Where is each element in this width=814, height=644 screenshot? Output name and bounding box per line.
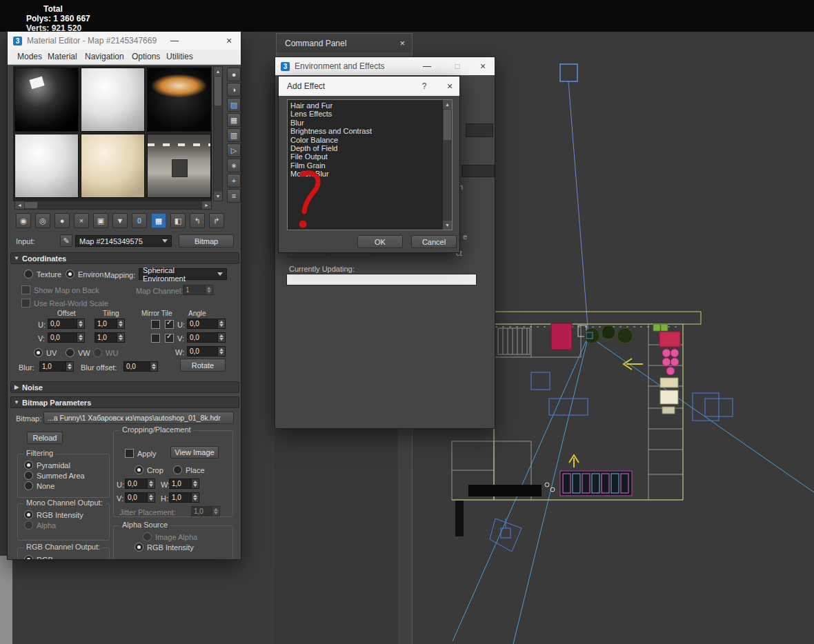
ok-button[interactable]: OK [357, 235, 403, 248]
close-icon[interactable]: × [217, 32, 241, 50]
effect-list-item[interactable]: Depth of Field [288, 144, 452, 152]
close-icon[interactable]: × [399, 38, 405, 48]
reset-map-icon[interactable]: × [74, 213, 89, 228]
show-map-in-viewport-icon[interactable]: ▦ [151, 213, 166, 228]
offset-u-spinner[interactable]: 0,0 [48, 319, 85, 329]
alpha-radio[interactable]: Alpha [24, 521, 56, 530]
scrollbar-thumb[interactable] [215, 77, 221, 105]
crop-h-spinner[interactable]: 1,0 [169, 492, 199, 503]
map-channel-spinner[interactable]: 1 [183, 285, 213, 295]
show-map-on-back-checkbox[interactable]: Show Map on Back [21, 285, 99, 294]
spinner-arrows[interactable] [191, 479, 199, 488]
spinner-arrows[interactable] [217, 333, 225, 342]
scroll-down-icon[interactable]: ▼ [443, 221, 452, 230]
bitmap-path-button[interactable]: ...а Funny\1 Хабаровск из\maps\autoshop_… [43, 412, 234, 424]
backlight-icon[interactable]: ◑ [227, 83, 241, 97]
go-forward-to-sibling-icon[interactable]: ↱ [209, 213, 224, 228]
mirror-v-checkbox[interactable] [151, 334, 160, 343]
menu-options[interactable]: Options [132, 52, 160, 61]
pyramidal-radio[interactable]: Pyramidal [24, 461, 70, 470]
effect-list-item[interactable]: Hair and Fur [288, 101, 452, 110]
summed-area-radio[interactable]: Summed Area [24, 471, 85, 480]
material-editor-options-icon[interactable]: ∗ [227, 159, 241, 172]
crop-w-spinner[interactable]: 1,0 [169, 479, 199, 489]
apply-checkbox[interactable]: Apply [125, 449, 157, 458]
make-material-copy-icon[interactable]: ▣ [93, 213, 108, 228]
effect-list[interactable]: Hair and Fur Lens Effects Blur Brightnes… [287, 99, 453, 230]
background-icon[interactable]: ▨ [227, 98, 241, 112]
effect-list-item[interactable]: Film Grain [288, 161, 452, 170]
assign-material-to-selection-icon[interactable]: ● [54, 213, 70, 228]
spinner-arrows[interactable] [191, 493, 199, 502]
spinner-arrows[interactable] [150, 362, 157, 371]
crop-v-spinner[interactable]: 0,0 [125, 492, 155, 503]
material-sample-3[interactable] [147, 68, 211, 132]
close-icon[interactable]: × [440, 77, 459, 96]
help-icon[interactable]: ? [414, 77, 435, 96]
offset-v-spinner[interactable]: 0,0 [48, 332, 85, 343]
make-preview-icon[interactable]: ▷ [227, 143, 241, 157]
rgb-intensity-radio[interactable]: RGB Intensity [24, 510, 83, 519]
crop-u-spinner[interactable]: 0,0 [125, 479, 155, 489]
minimize-icon[interactable]: — [413, 57, 441, 75]
effect-list-item[interactable]: Brightness and Contrast [288, 127, 452, 135]
effect-list-item[interactable]: Color Balance [288, 136, 452, 144]
blur-offset-spinner[interactable]: 0,0 [123, 361, 158, 372]
scrollbar-thumb[interactable] [444, 110, 451, 140]
spinner-arrows[interactable] [117, 333, 124, 342]
mapping-dropdown[interactable]: Spherical Environment [139, 268, 227, 280]
minimize-icon[interactable]: — [162, 32, 187, 50]
environ-radio[interactable]: Environ [66, 270, 103, 279]
material-map-navigator-icon[interactable]: ≡ [227, 189, 241, 203]
effect-list-item[interactable]: Blur [288, 119, 452, 127]
rgb-radio[interactable]: RGB [24, 555, 53, 560]
list-scrollbar[interactable]: ▲ ▼ [442, 100, 452, 230]
map-type-button[interactable]: Bitmap [179, 234, 234, 248]
spinner-arrows[interactable] [217, 319, 225, 328]
scrollbar-thumb[interactable] [25, 202, 37, 208]
scroll-left-icon[interactable]: ◄ [15, 201, 24, 209]
menu-material[interactable]: Material [48, 52, 77, 61]
tiling-u-spinner[interactable]: 1,0 [95, 319, 125, 329]
put-material-to-scene-icon[interactable]: ◎ [35, 213, 50, 228]
sample-type-sphere-icon[interactable]: ● [227, 68, 241, 81]
place-radio[interactable]: Place [173, 465, 205, 474]
mirror-u-checkbox[interactable] [151, 320, 160, 329]
put-to-library-icon[interactable]: ▼ [112, 213, 128, 228]
close-icon[interactable]: × [471, 57, 495, 75]
image-alpha-radio[interactable]: Image Alpha [143, 532, 197, 541]
spinner-arrows[interactable] [217, 347, 225, 356]
scroll-right-icon[interactable]: ► [202, 201, 211, 209]
cancel-button[interactable]: Cancel [411, 235, 457, 248]
effect-list-item[interactable]: Lens Effects [288, 110, 452, 118]
edit-name-icon[interactable]: ✎ [60, 234, 72, 247]
view-image-button[interactable]: View Image [170, 446, 219, 459]
map-name-dropdown[interactable]: Map #2145349575 [75, 235, 172, 247]
blur-spinner[interactable]: 1,0 [39, 361, 74, 372]
alpha-rgb-intensity-radio[interactable]: RGB Intensity [135, 543, 194, 552]
sample-hscrollbar[interactable]: ◄ ► [14, 201, 212, 210]
spinner-arrows[interactable] [117, 319, 124, 328]
spinner-arrows[interactable] [205, 285, 212, 294]
show-end-result-icon[interactable]: ◧ [170, 213, 186, 228]
tiling-v-spinner[interactable]: 1,0 [95, 332, 125, 343]
spinner-arrows[interactable] [77, 333, 84, 342]
effect-list-item[interactable]: File Output [288, 152, 452, 161]
tile-v-checkbox[interactable] [165, 334, 174, 343]
jitter-placement-spinner[interactable]: 1,0 [191, 506, 220, 516]
material-sample-2[interactable] [81, 68, 145, 132]
rollout-bitmap-parameters[interactable]: ▼ Bitmap Parameters [10, 396, 239, 408]
spinner-arrows[interactable] [77, 319, 84, 328]
material-sample-1[interactable] [14, 68, 79, 132]
material-sample-4[interactable] [14, 134, 79, 198]
reload-button[interactable]: Reload [27, 432, 63, 444]
texture-radio[interactable]: Texture [24, 270, 61, 279]
material-editor-titlebar[interactable]: 3 Material Editor - Map #2145347669 [8, 32, 241, 50]
sample-vscrollbar[interactable]: ▲ ▼ [213, 66, 223, 201]
spinner-arrows[interactable] [147, 493, 155, 502]
crop-radio[interactable]: Crop [135, 465, 163, 474]
sample-uv-tiling-icon[interactable]: ▦ [227, 113, 241, 127]
use-real-world-scale-checkbox[interactable]: Use Real-World Scale [21, 299, 108, 308]
material-sample-5[interactable] [81, 134, 145, 198]
rollout-noise[interactable]: ▶ Noise [10, 381, 239, 393]
